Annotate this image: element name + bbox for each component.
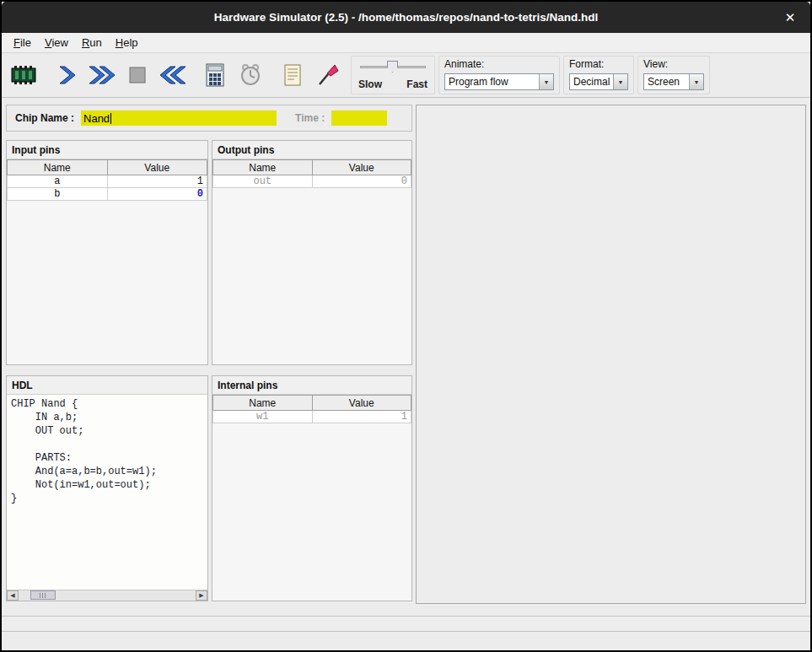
menu-file[interactable]: File [7,34,38,51]
status-bar [2,616,810,631]
slider-handle[interactable] [387,61,398,73]
internal-pins-body: Name Value w1 1 [212,395,411,601]
input-pins-panel: Input pins Name Value a 1 [6,140,208,365]
chevron-down-icon[interactable]: ▼ [539,74,553,89]
load-chip-button[interactable] [8,57,41,94]
slider-fast-label: Fast [406,78,428,90]
format-group: Format: Decimal ▼ [563,56,634,94]
calculator-button[interactable] [198,57,232,94]
hdl-code: CHIP Nand { IN a,b; OUT out; PARTS: And(… [11,397,203,505]
time-label: Time : [295,112,325,124]
left-column: Chip Name : Nand Time : Input pins [6,105,412,604]
pin-value-cell: 0 [312,175,411,188]
scroll-left-icon[interactable]: ◀ [7,590,19,601]
column-header-name: Name [213,160,313,175]
rewind-icon [159,65,187,85]
chevron-down-icon[interactable]: ▼ [613,74,627,89]
menu-help[interactable]: Help [109,34,145,51]
calculator-icon [205,63,225,87]
pin-value-cell[interactable]: 1 [107,175,207,188]
pin-value-cell: 1 [312,411,411,423]
format-label: Format: [569,58,628,70]
chevron-down-icon[interactable]: ▼ [689,74,703,89]
screen-view-panel [416,105,806,604]
menu-bar: File View Run Help [2,33,810,53]
title-bar[interactable]: Hardware Simulator (2.5) - /home/thomas/… [2,2,810,33]
output-pins-table: Name Value out 0 [212,159,411,188]
table-row: b 0 [8,188,207,201]
pin-value-cell-selected[interactable]: 0 [107,188,207,201]
eval-button[interactable] [311,57,345,94]
stop-icon [129,67,146,84]
pin-name-cell: w1 [213,411,313,423]
window-title: Hardware Simulator (2.5) - /home/thomas/… [214,11,598,24]
internal-pins-table: Name Value w1 1 [212,395,411,423]
script-button[interactable] [276,57,309,94]
panel-grid: Input pins Name Value a 1 [6,140,412,601]
eval-brush-icon [316,63,340,87]
table-row: out 0 [213,175,411,188]
status-area [2,604,810,650]
animate-group: Animate: Program flow ▼ [438,56,560,94]
chip-name-label: Chip Name : [15,112,74,124]
time-field [331,110,387,126]
view-label: View: [643,58,704,70]
column-header-name: Name [213,396,313,411]
hdl-horizontal-scrollbar[interactable]: ◀ ▶ [7,590,207,601]
speed-slider-group: Slow Fast [351,56,435,94]
speed-slider[interactable] [358,59,428,74]
view-group: View: Screen ▼ [637,56,710,94]
format-select[interactable]: Decimal ▼ [569,73,628,90]
table-row: a 1 [8,175,207,188]
hdl-title: HDL [7,376,207,395]
main-area: Chip Name : Nand Time : Input pins [2,98,810,604]
column-header-value: Value [312,396,411,411]
toolbar: Slow Fast Animate: Program flow ▼ Format… [2,53,810,98]
slider-slow-label: Slow [358,78,382,90]
text-caret [110,113,111,124]
scrollbar-thumb[interactable] [30,590,56,600]
script-icon [283,63,302,87]
clock-button[interactable] [234,57,267,94]
internal-pins-title: Internal pins [212,376,411,395]
animate-select[interactable]: Program flow ▼ [444,73,554,90]
table-row: w1 1 [213,411,411,423]
animate-value: Program flow [445,74,539,89]
single-step-button[interactable] [50,57,83,94]
chip-icon [11,66,38,84]
pin-name-cell: a [8,175,108,188]
output-pins-panel: Output pins Name Value out 0 [212,140,412,365]
hdl-panel: HDL CHIP Nand { IN a,b; OUT out; PARTS: … [6,375,208,601]
hdl-view: CHIP Nand { IN a,b; OUT out; PARTS: And(… [7,395,207,590]
internal-pins-panel: Internal pins Name Value w1 1 [212,375,412,601]
single-step-icon [56,65,77,85]
column-header-value: Value [107,160,207,175]
view-value: Screen [644,74,689,89]
menu-run[interactable]: Run [75,34,109,51]
scroll-right-icon[interactable]: ▶ [196,590,207,601]
pin-name-cell: out [213,175,313,188]
stop-button[interactable] [121,57,154,94]
column-header-name: Name [8,160,108,175]
input-pins-table: Name Value a 1 b 0 [7,159,207,201]
hardware-simulator-window: Hardware Simulator (2.5) - /home/thomas/… [0,0,812,652]
input-pins-title: Input pins [7,141,207,159]
format-value: Decimal [570,74,613,89]
chip-name-input[interactable]: Nand [81,110,277,126]
reset-button[interactable] [156,57,190,94]
scrollbar-track[interactable] [19,590,196,601]
animate-label: Animate: [444,58,554,70]
run-button[interactable] [85,57,119,94]
run-icon [88,65,116,85]
menu-view[interactable]: View [38,34,75,51]
chip-name-text: Nand [83,112,110,125]
chip-name-bar: Chip Name : Nand Time : [6,105,412,132]
column-header-value: Value [312,160,411,175]
input-pins-body: Name Value a 1 b 0 [7,159,207,364]
view-select[interactable]: Screen ▼ [643,73,704,90]
pin-name-cell: b [8,188,108,201]
output-pins-title: Output pins [212,141,411,159]
output-pins-body: Name Value out 0 [212,159,411,364]
close-icon[interactable]: ✕ [782,9,799,26]
clock-icon [239,63,262,87]
